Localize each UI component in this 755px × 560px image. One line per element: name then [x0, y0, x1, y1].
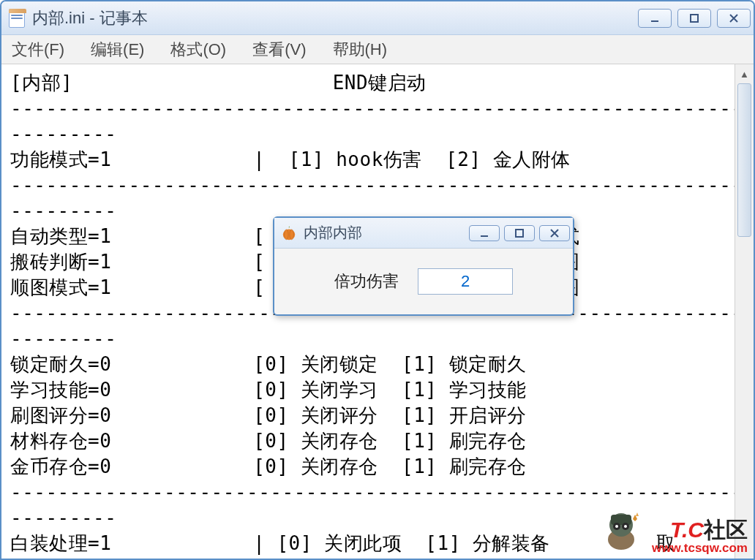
- minimize-button[interactable]: [638, 9, 672, 28]
- watermark-text: T.C社区 www.tcsqw.com: [652, 518, 748, 556]
- menu-format[interactable]: 格式(O): [168, 37, 229, 62]
- watermark-brand-suffix: 社区: [704, 518, 748, 542]
- notepad-icon: [9, 9, 25, 28]
- dialog-controls: [469, 225, 570, 241]
- svg-rect-9: [611, 515, 631, 525]
- maximize-button[interactable]: [677, 9, 711, 28]
- dialog-title: 内部内部: [304, 223, 469, 243]
- vertical-scrollbar[interactable]: ▲: [735, 64, 754, 559]
- watermark: T.C社区 www.tcsqw.com: [595, 503, 748, 556]
- menubar: 文件(F) 编辑(E) 格式(O) 查看(V) 帮助(H): [1, 35, 754, 64]
- window-controls: [638, 9, 751, 28]
- dialog-minimize-button[interactable]: [469, 225, 500, 241]
- minimize-icon: [650, 13, 660, 23]
- svg-point-13: [624, 525, 627, 528]
- dialog-body: 倍功伤害: [274, 249, 573, 314]
- watermark-url: www.tcsqw.com: [652, 542, 748, 556]
- damage-dialog: 内部内部 倍功伤害: [273, 216, 574, 316]
- menu-file[interactable]: 文件(F): [9, 37, 67, 62]
- maximize-icon: [689, 13, 699, 23]
- titlebar[interactable]: 内部.ini - 记事本: [1, 1, 754, 35]
- close-icon: [549, 228, 560, 238]
- menu-help[interactable]: 帮助(H): [330, 37, 391, 62]
- damage-input[interactable]: [418, 268, 513, 295]
- close-button[interactable]: [717, 9, 751, 28]
- dialog-close-button[interactable]: [539, 225, 570, 241]
- svg-rect-6: [516, 230, 523, 237]
- svg-rect-1: [691, 15, 698, 22]
- dialog-maximize-button[interactable]: [504, 225, 535, 241]
- close-icon: [729, 13, 739, 23]
- svg-rect-5: [481, 235, 488, 237]
- watermark-character-icon: [595, 503, 647, 556]
- minimize-icon: [479, 228, 489, 238]
- svg-point-12: [615, 525, 618, 528]
- window-title: 内部.ini - 记事本: [32, 7, 638, 29]
- menu-view[interactable]: 查看(V): [249, 37, 309, 62]
- maximize-icon: [514, 228, 525, 238]
- watermark-brand-prefix: T.C: [670, 518, 704, 542]
- damage-label: 倍功伤害: [334, 270, 399, 292]
- scroll-thumb[interactable]: [737, 83, 751, 237]
- svg-rect-0: [651, 20, 658, 22]
- menu-edit[interactable]: 编辑(E): [88, 37, 147, 62]
- scroll-up-arrow[interactable]: ▲: [735, 64, 754, 83]
- pumpkin-icon: [280, 224, 298, 242]
- dialog-titlebar[interactable]: 内部内部: [274, 218, 573, 249]
